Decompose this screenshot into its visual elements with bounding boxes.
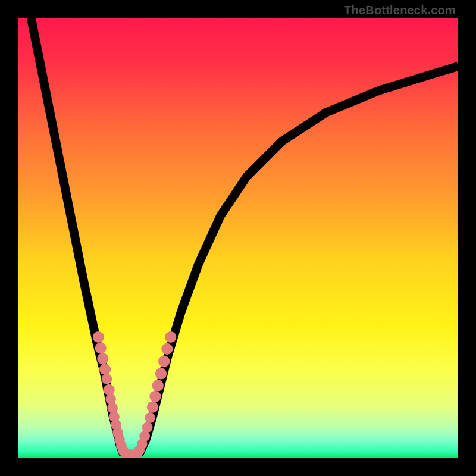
watermark-text: TheBottleneck.com [344,4,456,17]
highlight-dot [155,368,167,379]
highlight-dot [147,402,158,413]
highlight-dot [149,391,161,402]
highlight-dot [99,364,111,375]
highlight-dot [97,353,108,364]
bottleneck-curve [18,18,458,458]
highlight-dot [145,412,155,423]
highlight-dot [93,331,104,343]
highlight-dot [95,342,107,353]
highlight-dot [104,384,115,396]
highlight-dot [107,403,118,414]
highlight-dot [161,343,173,355]
curve-right-branch [139,66,459,455]
highlight-dot [158,356,170,367]
plot-area [18,18,458,458]
chart-frame: TheBottleneck.com [0,0,476,476]
highlight-dot [142,422,153,433]
highlight-dot [102,374,112,384]
highlight-dot [152,380,164,391]
highlight-dot [165,331,176,343]
highlight-dot [105,394,116,405]
